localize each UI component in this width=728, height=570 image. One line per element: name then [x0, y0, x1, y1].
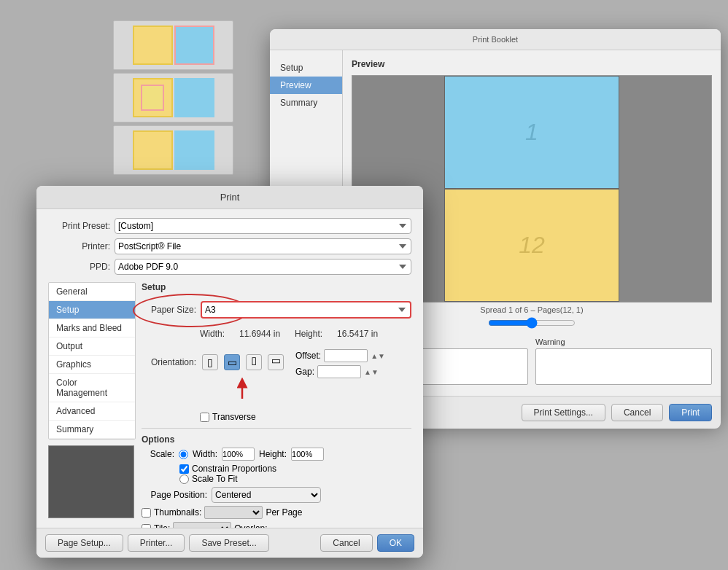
scale-row: Scale: Width: Height:: [142, 448, 411, 461]
preview-page-12: 12: [444, 189, 619, 302]
sidebar-graphics[interactable]: Graphics: [49, 356, 135, 374]
arrow-annotation: [142, 384, 411, 406]
thumbnail-2: [113, 73, 233, 122]
print-sidebar-area: General Setup Marks and Bleed Output Gra…: [48, 282, 136, 528]
scale-radio[interactable]: [179, 450, 188, 459]
print-title: Print: [36, 186, 423, 209]
scale-height-label: Height:: [259, 449, 287, 459]
offset-gap-area: Offset: ▲▼ Gap: ▲▼: [295, 349, 385, 378]
thumb-page-blue-3: [174, 130, 214, 170]
orient-portrait[interactable]: ▯: [202, 354, 218, 370]
thumbnails-label: Thumbnails:: [154, 507, 201, 518]
printer-button[interactable]: Printer...: [128, 534, 185, 552]
constrain-label: Constrain Proportions: [192, 464, 276, 474]
warning-box: Warning: [535, 337, 712, 387]
paper-size-container: Paper Size: A3: [142, 301, 411, 319]
transverse-row: Transverse: [200, 412, 411, 422]
booklet-cancel-button[interactable]: Cancel: [611, 404, 663, 421]
sidebar-marks-bleed[interactable]: Marks and Bleed: [49, 319, 135, 337]
gap-row: Gap: ▲▼: [295, 365, 385, 378]
orient-reverse-portrait[interactable]: ▯: [246, 354, 262, 370]
height-value: 16.5417 in: [337, 329, 378, 339]
tile-select[interactable]: [173, 522, 231, 528]
warning-label: Warning: [535, 337, 712, 346]
print-settings-button[interactable]: Print Settings...: [522, 404, 605, 421]
paper-size-row: Paper Size: A3: [142, 301, 411, 319]
scale-to-fit-row: Scale To Fit: [179, 474, 411, 484]
thumb-page-yellow-1: [133, 26, 173, 65]
transverse-checkbox[interactable]: [200, 413, 209, 422]
scale-width-input[interactable]: [222, 448, 255, 461]
orientation-offset-row: Orientation: ▯ ▭ ▯ ▭ Offset: ▲▼ Ga: [142, 349, 411, 378]
offset-input[interactable]: [324, 349, 368, 362]
print-preset-row: Print Preset: [Custom]: [48, 218, 411, 234]
orient-reverse-landscape[interactable]: ▭: [268, 354, 284, 370]
printer-row: Printer: PostScript® File: [48, 238, 411, 254]
print-bottom-right: Cancel OK: [320, 534, 414, 552]
print-main-area: Setup Paper Size: A3 Width: [142, 282, 411, 528]
gap-spinner[interactable]: ▲▼: [364, 368, 379, 376]
setup-section-header: Setup: [142, 282, 411, 292]
page-setup-button[interactable]: Page Setup...: [45, 534, 123, 552]
booklet-sidebar-summary[interactable]: Summary: [270, 94, 342, 112]
thumbnail-preview-box: [48, 445, 134, 518]
offset-label: Offset:: [295, 351, 321, 361]
booklet-sidebar-setup[interactable]: Setup: [270, 59, 342, 77]
thumbnail-previews: [113, 20, 233, 175]
ppd-label: PPD:: [48, 262, 110, 272]
sidebar-output[interactable]: Output: [49, 337, 135, 356]
thumbnail-3: [113, 125, 233, 175]
gap-label: Gap:: [295, 367, 314, 377]
paper-size-select[interactable]: A3: [201, 301, 411, 319]
page-position-select[interactable]: Centered: [212, 487, 321, 503]
gap-input[interactable]: [317, 365, 361, 378]
paper-size-label: Paper Size:: [142, 305, 196, 315]
spread-slider[interactable]: [488, 317, 576, 329]
height-label: Height:: [295, 329, 322, 339]
thumb-inner-box: [141, 85, 164, 111]
width-label: Width:: [200, 329, 225, 339]
thumbnails-checkbox[interactable]: [142, 508, 151, 518]
preview-spread: 1 12: [444, 76, 619, 302]
constrain-row: Constrain Proportions: [179, 464, 411, 474]
save-preset-button[interactable]: Save Preset...: [189, 534, 268, 552]
orientation-label: Orientation:: [142, 357, 196, 367]
orient-landscape[interactable]: ▭: [224, 354, 240, 370]
ppd-row: PPD: Adobe PDF 9.0: [48, 259, 411, 275]
sidebar-summary[interactable]: Summary: [49, 421, 135, 439]
sidebar-color-management[interactable]: Color Management: [49, 374, 135, 402]
print-bottom-bar: Page Setup... Printer... Save Preset... …: [36, 528, 423, 558]
print-cancel-button[interactable]: Cancel: [320, 534, 372, 552]
thumbnails-select[interactable]: [204, 506, 263, 519]
sidebar-setup[interactable]: Setup: [49, 301, 135, 319]
ppd-select[interactable]: Adobe PDF 9.0: [115, 259, 411, 275]
print-dialog: Print Print Preset: [Custom] Printer: Po…: [36, 186, 423, 558]
red-arrow-svg: [229, 377, 258, 406]
offset-row: Offset: ▲▼: [295, 349, 385, 362]
orientation-row: Orientation: ▯ ▭ ▯ ▭: [142, 354, 284, 370]
sidebar-general[interactable]: General: [49, 283, 135, 301]
print-ok-button[interactable]: OK: [377, 534, 414, 552]
scale-to-fit-radio[interactable]: [179, 475, 189, 484]
booklet-print-button[interactable]: Print: [669, 404, 712, 421]
print-bottom-left: Page Setup... Printer... Save Preset...: [45, 534, 269, 552]
booklet-sidebar-preview[interactable]: Preview: [270, 77, 342, 94]
scale-to-fit-label: Scale To Fit: [192, 474, 237, 484]
print-preset-select[interactable]: [Custom]: [115, 218, 411, 234]
constrain-checkbox[interactable]: [179, 464, 189, 474]
thumb-page-yellow-3: [133, 130, 173, 170]
page-position-label: Page Position:: [142, 490, 207, 500]
offset-spinner[interactable]: ▲▼: [371, 352, 385, 360]
wh-row: Width: 11.6944 in Height: 16.5417 in: [200, 329, 411, 339]
scale-label: Scale:: [142, 449, 174, 459]
width-value: 11.6944 in: [239, 329, 280, 339]
transverse-label: Transverse: [212, 412, 256, 422]
sidebar-advanced[interactable]: Advanced: [49, 402, 135, 421]
printer-select[interactable]: PostScript® File: [115, 238, 411, 254]
warning-textarea[interactable]: [535, 348, 712, 385]
scale-height-input[interactable]: [291, 448, 324, 461]
options-section: Options Scale: Width: Height: Constrain …: [142, 428, 411, 528]
paper-size-select-wrapper: A3: [201, 301, 411, 319]
page-position-row: Page Position: Centered: [142, 487, 411, 503]
printer-label: Printer:: [48, 241, 110, 251]
